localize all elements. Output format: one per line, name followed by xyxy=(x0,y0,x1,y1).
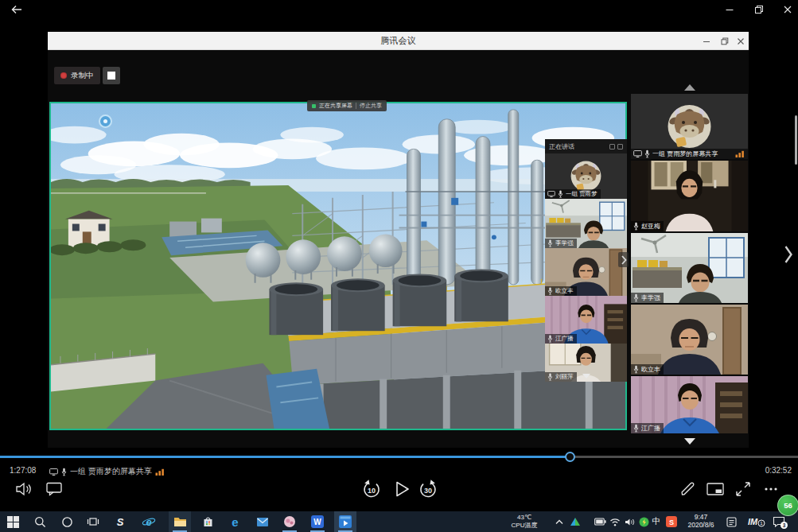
fullscreen-button[interactable] xyxy=(733,479,753,499)
edit-button[interactable] xyxy=(677,479,698,499)
s-app-button[interactable]: S xyxy=(109,511,131,532)
progress-fill xyxy=(0,456,570,458)
gpu-triangle-icon xyxy=(570,517,581,526)
participant-label: 李学强 xyxy=(631,293,664,303)
s-app-icon: S xyxy=(114,515,127,528)
app-close-button[interactable] xyxy=(778,3,797,16)
internet-explorer-icon: e xyxy=(142,515,156,528)
progress-bar[interactable] xyxy=(0,456,798,458)
file-explorer-button[interactable] xyxy=(169,511,191,532)
svg-text:S: S xyxy=(669,518,674,526)
sogou-icon: S xyxy=(666,516,677,527)
speaking-tile-5[interactable]: 刘丽萍 xyxy=(545,344,627,382)
skip-forward-button[interactable]: 30 xyxy=(415,476,441,502)
sogou-tray-button[interactable]: S xyxy=(664,511,679,532)
app-restore-button[interactable] xyxy=(749,3,769,16)
tray-expand-button[interactable] xyxy=(551,511,567,532)
participant-label: 一组 贾雨梦 xyxy=(545,189,601,199)
scrollbar-thumb[interactable] xyxy=(795,115,797,165)
store-button[interactable] xyxy=(197,511,219,532)
participant-tile-2[interactable]: 赵亚梅 xyxy=(631,161,748,231)
screen-share-view[interactable] xyxy=(49,102,627,430)
edge-button[interactable]: e xyxy=(224,511,246,532)
meeting-minimize-button[interactable] xyxy=(699,35,714,47)
mic-icon xyxy=(558,190,563,198)
panel-collapse-chevron[interactable] xyxy=(618,252,629,267)
panel-close-icon[interactable] xyxy=(617,144,623,150)
sidebar-expand-chevron[interactable] xyxy=(781,240,796,269)
mic-icon xyxy=(633,222,639,231)
elapsed-time: 1:27:08 xyxy=(10,466,36,475)
gpu-tray-button[interactable] xyxy=(566,511,584,532)
search-button[interactable] xyxy=(29,511,51,532)
progress-thumb[interactable] xyxy=(565,452,575,462)
back-button[interactable] xyxy=(6,2,27,17)
mic-icon xyxy=(547,373,553,381)
sidebar-scroll-up-button[interactable] xyxy=(682,83,698,92)
meeting-restore-button[interactable] xyxy=(718,35,732,47)
im-icon: IM1 xyxy=(746,516,765,527)
screen-share-icon xyxy=(547,191,555,197)
battery-tray-button[interactable] xyxy=(592,511,608,532)
volume-tray-button[interactable] xyxy=(621,511,637,532)
round-app-button[interactable] xyxy=(278,511,301,532)
panel-scroll-down-icon[interactable] xyxy=(582,374,590,379)
stop-share-button[interactable]: 停止共享 xyxy=(360,102,382,110)
ime-indicator[interactable]: 中 xyxy=(649,511,664,532)
svg-text:1: 1 xyxy=(760,521,763,526)
speaking-panel-header[interactable]: 正在讲话 xyxy=(545,139,627,153)
taskbar-clock[interactable]: 9:47 2020/8/6 xyxy=(679,514,722,529)
cortana-icon xyxy=(61,516,73,528)
green-shield-icon xyxy=(639,517,649,527)
movies-tv-button[interactable] xyxy=(334,511,356,532)
cpu-temperature: 43℃ CPU温度 xyxy=(498,514,551,529)
start-button[interactable] xyxy=(2,511,24,532)
battery-icon xyxy=(594,518,606,526)
svg-text:IM: IM xyxy=(748,517,758,526)
notes-tray-button[interactable] xyxy=(722,511,740,532)
panel-layout-icon[interactable] xyxy=(609,144,615,150)
performance-badge[interactable]: 56 xyxy=(777,495,798,516)
store-icon xyxy=(202,515,214,528)
wifi-tray-button[interactable] xyxy=(607,511,623,532)
meeting-title-bar[interactable]: 腾讯会议 xyxy=(48,32,749,50)
signal-strength-icon xyxy=(735,150,745,157)
volume-button[interactable] xyxy=(13,479,35,499)
picture-in-picture-button[interactable] xyxy=(705,479,726,499)
participant-tile-4[interactable]: 欧立丰 xyxy=(631,305,748,375)
participant-label: 欧立丰 xyxy=(545,286,577,296)
share-status-text: 正在共享屏幕 xyxy=(319,102,352,110)
internet-explorer-button[interactable]: e xyxy=(138,511,160,532)
svg-text:10: 10 xyxy=(368,487,376,495)
edge-icon: e xyxy=(228,515,242,529)
sidebar-scroll-down-button[interactable] xyxy=(682,437,698,446)
im-tray-button[interactable]: IM1 xyxy=(745,511,767,532)
participant-tile-screen-share[interactable]: 一组 贾雨梦的屏幕共享 xyxy=(631,94,748,159)
more-options-button[interactable] xyxy=(761,479,781,499)
participant-tile-5[interactable]: 江广播 xyxy=(631,376,748,433)
speaking-panel: 正在讲话 一组 贾雨梦 李学强 欧立丰 xyxy=(545,139,627,382)
mail-button[interactable] xyxy=(251,511,274,532)
task-view-button[interactable] xyxy=(82,511,104,532)
mail-icon xyxy=(256,517,269,527)
stop-recording-button[interactable] xyxy=(103,67,120,84)
movies-tv-app: 腾讯会议 录制中 xyxy=(0,0,798,532)
industrial-plant-render xyxy=(51,103,625,429)
participant-tile-3[interactable]: 李学强 xyxy=(631,233,748,303)
speaking-tile-1[interactable]: 一组 贾雨梦 xyxy=(545,153,627,199)
speaking-tile-3[interactable]: 欧立丰 xyxy=(545,248,627,296)
skip-back-button[interactable]: 10 xyxy=(359,476,384,502)
mic-icon xyxy=(633,424,639,433)
screen-share-icon xyxy=(49,468,58,476)
notification-count-badge: 3 xyxy=(780,522,788,529)
play-button[interactable] xyxy=(389,477,413,501)
presenter-logo-icon xyxy=(99,115,112,128)
cortana-button[interactable] xyxy=(56,511,78,532)
app-minimize-button[interactable] xyxy=(720,3,739,16)
meeting-close-button[interactable] xyxy=(734,35,748,47)
speaking-tile-2[interactable]: 李学强 xyxy=(545,199,627,248)
chat-button[interactable] xyxy=(45,480,64,498)
wps-button[interactable]: W xyxy=(306,511,329,532)
screen-share-icon xyxy=(633,150,642,157)
speaking-tile-4[interactable]: 江广播 xyxy=(545,296,627,344)
